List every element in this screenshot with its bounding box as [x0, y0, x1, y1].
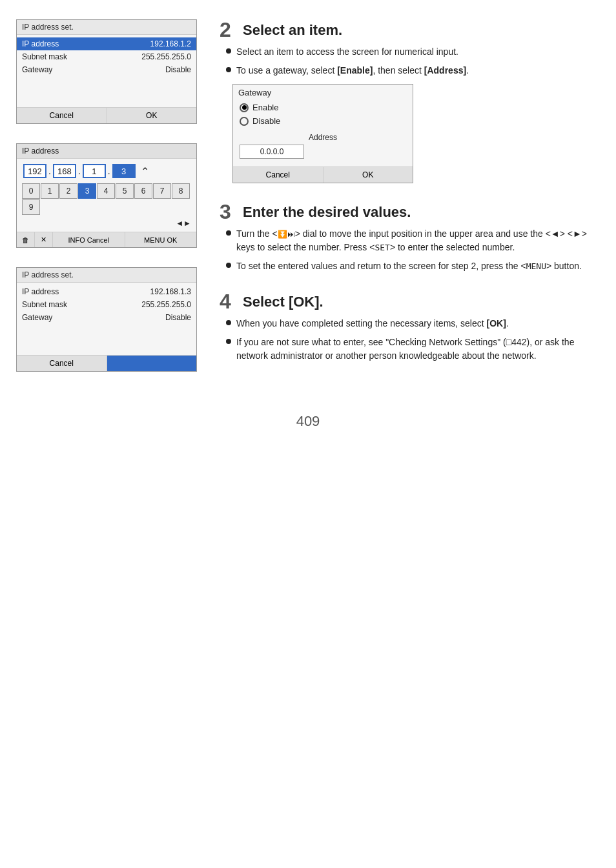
gateway-dialog-title: Gateway — [233, 85, 413, 101]
ip-segment-3[interactable]: 1 — [83, 164, 106, 178]
ip-segment-2[interactable]: 168 — [53, 164, 76, 178]
numpad-3[interactable]: 3 — [78, 183, 96, 199]
numpad-1[interactable]: 1 — [41, 183, 59, 199]
dialog1-row-subnet[interactable]: Subnet mask 255.255.255.0 — [17, 50, 196, 63]
gateway-dialog: Gateway Enable Disable Address 0.0.0.0 — [232, 84, 413, 183]
disable-radio[interactable] — [240, 117, 249, 126]
gateway-cancel-button[interactable]: Cancel — [233, 167, 323, 183]
step-4-bullet-2: If you are not sure what to enter, see "… — [226, 336, 597, 363]
gateway-address-section: Address 0.0.0.0 — [233, 128, 413, 161]
dialog1-ip-label: IP address — [22, 39, 150, 48]
step-4-bullets: When you have completed setting the nece… — [220, 317, 597, 363]
numpad-2[interactable]: 2 — [59, 183, 77, 199]
dialog1-footer: Cancel OK — [17, 107, 196, 123]
bullet-dot-2 — [226, 67, 231, 72]
dialog1-title: IP address set. — [17, 20, 196, 35]
dialog1-cancel-button[interactable]: Cancel — [17, 108, 107, 123]
dialog3-cancel-button[interactable]: Cancel — [17, 356, 107, 371]
dialog1-body: IP address 192.168.1.2 Subnet mask 255.2… — [17, 35, 196, 105]
step-3-bullet-1-text: Turn the <⏬⏭> dial to move the input pos… — [236, 227, 597, 254]
step-2-title: Select an item. — [243, 19, 342, 39]
step-2-bullets: Select an item to access the screen for … — [220, 45, 597, 77]
dialog3-ip-value: 192.168.1.3 — [150, 287, 191, 296]
step-3-header: 3 Enter the desired values. — [220, 201, 597, 222]
step-4-header: 4 Select [OK]. — [220, 291, 597, 312]
dialog1-ip-value: 192.168.1.2 — [150, 39, 191, 48]
ip-segment-4[interactable]: 3 — [112, 164, 136, 178]
step-3-bullets: Turn the <⏬⏭> dial to move the input pos… — [220, 227, 597, 273]
step-3-title: Enter the desired values. — [243, 201, 411, 221]
ip-address-set-dialog-3: IP address set. IP address 192.168.1.3 S… — [16, 267, 197, 372]
trash-button[interactable]: 🗑 — [17, 232, 35, 247]
dialog1-gateway-label: Gateway — [22, 65, 165, 74]
gateway-footer: Cancel OK — [233, 167, 413, 183]
dialog1-row-ip[interactable]: IP address 192.168.1.2 — [17, 37, 196, 50]
numpad-8[interactable]: 8 — [172, 183, 190, 199]
numpad-5[interactable]: 5 — [116, 183, 134, 199]
dialog1-ok-button[interactable]: OK — [107, 108, 197, 123]
step-4-bullet-1-text: When you have completed setting the nece… — [236, 317, 597, 330]
x-button[interactable]: ✕ — [35, 232, 53, 247]
dialog3-subnet-value: 255.255.255.0 — [141, 300, 191, 309]
dialog3-ip-label: IP address — [22, 287, 150, 296]
ip-lr-arrows: ◄► — [17, 217, 196, 229]
bullet-dot-6 — [226, 339, 231, 344]
bullet-dot-3 — [226, 230, 231, 236]
step-3-section: 3 Enter the desired values. Turn the <⏬⏭… — [220, 201, 597, 273]
step-4-bullet-2-text: If you are not sure what to enter, see "… — [236, 336, 597, 363]
dialog3-row-ip[interactable]: IP address 192.168.1.3 — [17, 285, 196, 298]
ip-dot-1: . — [48, 166, 51, 176]
dialog3-subnet-label: Subnet mask — [22, 300, 141, 309]
right-column: 2 Select an item. Select an item to acce… — [207, 13, 610, 387]
ip-dot-2: . — [78, 166, 81, 176]
numpad-0[interactable]: 0 — [22, 183, 40, 199]
dialog3-row-subnet[interactable]: Subnet mask 255.255.255.0 — [17, 298, 196, 311]
dialog1-subnet-value: 255.255.255.0 — [141, 52, 191, 61]
up-arrow-icon[interactable]: ⌃ — [141, 165, 149, 177]
left-column: IP address set. IP address 192.168.1.2 S… — [6, 13, 207, 387]
dialog1-gateway-value: Disable — [165, 65, 191, 74]
ip-bottom-row: 🗑 ✕ INFO Cancel MENU OK — [17, 232, 196, 247]
info-cancel-button[interactable]: INFO Cancel — [53, 232, 125, 247]
gateway-address-input[interactable]: 0.0.0.0 — [240, 145, 304, 159]
page-number: 409 — [0, 400, 616, 436]
bullet-dot-1 — [226, 48, 231, 54]
bullet-dot-4 — [226, 263, 231, 268]
dialog3-row-gateway[interactable]: Gateway Disable — [17, 311, 196, 324]
numpad-4[interactable]: 4 — [97, 183, 115, 199]
disable-label: Disable — [252, 116, 280, 126]
step-4-section: 4 Select [OK]. When you have completed s… — [220, 291, 597, 363]
ip-dot-3: . — [108, 166, 110, 176]
gateway-enable-row[interactable]: Enable — [233, 101, 413, 114]
step-3-number: 3 — [220, 201, 238, 222]
left-right-arrows-icon: ◄► — [176, 219, 191, 228]
gateway-ok-button[interactable]: OK — [323, 167, 413, 183]
ip-address-set-dialog-1: IP address set. IP address 192.168.1.2 S… — [16, 19, 197, 124]
step-3-bullet-2: To set the entered values and return to … — [226, 259, 597, 273]
step-4-title: Select [OK]. — [243, 291, 323, 310]
dialog1-row-gateway[interactable]: Gateway Disable — [17, 63, 196, 76]
gateway-disable-row[interactable]: Disable — [233, 114, 413, 128]
step-2-bullet-1: Select an item to access the screen for … — [226, 45, 597, 59]
dialog3-gateway-value: Disable — [165, 313, 191, 322]
numpad-9[interactable]: 9 — [22, 199, 40, 215]
dialog3-body: IP address 192.168.1.3 Subnet mask 255.2… — [17, 283, 196, 352]
gateway-address-label: Address — [240, 133, 406, 142]
enable-radio[interactable] — [240, 103, 249, 112]
step-2-number: 2 — [220, 19, 238, 40]
step-2-bullet-2: To use a gateway, select [Enable], then … — [226, 64, 597, 77]
bullet-dot-5 — [226, 320, 231, 325]
step-3-bullet-1: Turn the <⏬⏭> dial to move the input pos… — [226, 227, 597, 254]
step-3-bullet-2-text: To set the entered values and return to … — [236, 259, 597, 273]
step-2-header: 2 Select an item. — [220, 19, 597, 40]
menu-ok-button[interactable]: MENU OK — [125, 232, 197, 247]
dialog3-gateway-label: Gateway — [22, 313, 165, 322]
ip-numpad: 0 1 2 3 4 5 6 7 8 9 — [17, 181, 196, 217]
ip-segment-1[interactable]: 192 — [23, 164, 46, 178]
numpad-7[interactable]: 7 — [153, 183, 171, 199]
dialog1-subnet-label: Subnet mask — [22, 52, 141, 61]
dialog3-ok-button[interactable] — [107, 356, 197, 371]
enable-label: Enable — [252, 103, 278, 112]
ip-input-row: 192 . 168 . 1 . 3 ⌃ — [17, 159, 196, 181]
numpad-6[interactable]: 6 — [134, 183, 152, 199]
